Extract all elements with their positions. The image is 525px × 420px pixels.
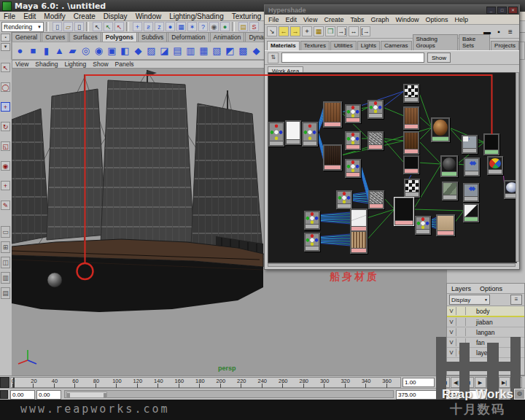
select-object-icon[interactable]: ↖ [104,22,113,31]
hypershade-work-area[interactable] [268,72,517,263]
poly-wedge-icon[interactable]: ▦ [198,44,210,58]
hypershade-node-texStripes[interactable] [350,230,368,254]
poly-cylinder-icon[interactable]: ▮ [40,44,52,58]
hypershade-node-fileDark1[interactable] [323,144,342,171]
hypershade-menu-help[interactable]: Help [454,16,468,23]
poly-plane-icon[interactable]: ▰ [66,44,79,58]
shelf-tab-polygons[interactable]: Polygons [102,32,137,42]
menu-modify[interactable]: Modify [44,12,65,20]
go-to-end-button[interactable]: ▶| [499,377,510,388]
menu-edit[interactable]: Edit [23,12,36,20]
poly-combine-icon[interactable]: ◧ [119,44,131,58]
hypershade-node-envBall[interactable] [487,156,503,175]
hypershade-node-p2d7[interactable] [304,211,320,230]
poly-reduce-icon[interactable]: ▩ [237,44,249,58]
hypershade-node-selNode[interactable] [394,197,414,226]
poly-cube-icon[interactable]: ■ [27,44,39,58]
hypershade-node-p2d1[interactable] [268,122,284,147]
close-button[interactable]: ✕ [508,7,518,14]
output-connections-icon[interactable]: [→ [360,26,370,36]
range-cap-left[interactable] [67,393,70,398]
poly-torus-icon[interactable]: ◎ [79,44,92,58]
clear-graph-icon[interactable]: ✦ [302,26,312,36]
select-tool[interactable]: ↖ [1,63,10,72]
render-view-icon[interactable]: ● [220,22,230,31]
paint-tool[interactable]: ✎ [1,201,10,210]
hypershade-tab-bake-sets[interactable]: Bake Sets [459,34,490,50]
make-live-icon[interactable]: ✶ [187,22,197,31]
lasso-tool[interactable]: ◯ [1,82,10,92]
poly-booleans-icon[interactable]: ▨ [145,44,158,58]
input-connections-icon[interactable]: →] [337,26,347,36]
hypershade-node-p2d2[interactable] [302,122,318,147]
layer-display-select[interactable]: Display ▼ [449,295,490,305]
poly-quad-icon[interactable]: ◩ [224,44,236,58]
layout-two-pane[interactable]: ◫ [1,257,10,268]
hypershade-tab-utilities[interactable]: Utilities [330,41,357,50]
hypershade-node-p2d5[interactable] [345,159,361,178]
range-handle[interactable] [66,392,107,398]
hypershade-menu-tabs[interactable]: Tabs [350,16,364,23]
pin-icon[interactable]: ↘ [267,26,277,36]
menu-create[interactable]: Create [74,12,96,20]
hypershade-node-texTan[interactable] [436,214,455,236]
shelf-tab-animation[interactable]: Animation [210,32,245,42]
hypershade-node-utilFan1[interactable] [464,158,480,176]
hypershade-node-p2d6[interactable] [336,190,352,209]
select-component-icon[interactable]: ↖ [114,22,124,31]
range-start-field[interactable] [36,390,61,400]
hypershade-node-matDark[interactable] [440,155,458,177]
hypershade-node-p2d4[interactable] [345,131,361,150]
layer-stack-icon[interactable]: ≡ [510,295,522,305]
menu-display[interactable]: Display [104,12,128,20]
show-button[interactable]: Show [427,52,451,63]
new-scene-icon[interactable]: ▯ [52,22,62,31]
shelf-switcher[interactable]: ▪ ▼ [0,32,12,60]
layer-row-langan[interactable]: Vlangan [447,327,524,338]
shelf-tab-surfaces[interactable]: Surfaces [69,32,101,42]
play-forwards-button[interactable]: ▶ [475,377,486,388]
scale-tool[interactable]: ◱ [1,141,10,151]
menu-file[interactable]: File [4,12,15,20]
hypershade-tab-materials[interactable]: Materials [267,41,300,50]
shelf-tab-curves[interactable]: Curves [42,32,69,42]
hypershade-node-col1[interactable] [368,100,384,119]
hypershade-node-checker2[interactable] [404,179,420,198]
layer-visibility-toggle[interactable]: V [447,307,456,315]
hypershade-menu-graph[interactable]: Graph [370,16,389,23]
forward-arrow-icon[interactable]: → [290,26,300,36]
hypershade-node-fileWood1[interactable] [323,101,342,128]
hypershade-tab-shading-groups[interactable]: Shading Groups [413,34,458,50]
graph-material-icon[interactable]: ❒ [325,26,335,36]
layer-visibility-toggle[interactable]: V [447,338,456,346]
panel-menu-view[interactable]: View [15,61,28,68]
panel-menu-panels[interactable]: Panels [115,61,134,68]
anim-prefs-button[interactable] [0,390,8,399]
select-hierarchy-icon[interactable]: ↖ [93,22,102,31]
maximize-button[interactable]: □ [497,7,507,14]
layer-display-type-cell[interactable] [456,318,466,326]
pane-bottom-icon[interactable]: ▪ [494,26,504,36]
back-arrow-icon[interactable]: ← [279,26,289,36]
universal-manip-tool[interactable]: ◉ [1,161,10,171]
poly-extrude-icon[interactable]: ▤ [171,44,184,58]
hypershade-tab-lights[interactable]: Lights [357,41,380,50]
poly-append-icon[interactable]: ◆ [250,44,262,58]
shelf-menu-arrow-icon[interactable]: ▼ [1,43,10,51]
hypershade-menu-view[interactable]: View [303,16,317,23]
menu-lighting-shading[interactable]: Lighting/Shading [169,12,224,20]
snap-view-icon[interactable]: ▦ [176,22,186,31]
time-ruler[interactable]: 0204060801001201401601802002202402602803… [10,377,401,388]
hypershade-menu-create[interactable]: Create [324,16,343,23]
snap-point-icon[interactable]: z [155,22,164,31]
horizontal-scrollbar[interactable] [268,263,516,267]
soft-mod-tool[interactable]: + [1,181,10,190]
poly-split-icon[interactable]: ▣ [106,44,118,58]
layout-persp-outliner[interactable]: ▥ [1,272,10,284]
hypershade-node-utilManip[interactable] [462,135,478,154]
menu-set-select[interactable]: Rendering ▼ [1,22,44,32]
layer-row-jiaban[interactable]: Vjiaban [447,317,524,327]
layer-display-type-cell[interactable] [456,307,466,315]
pane-split-icon[interactable]: ≡ [505,26,516,36]
poly-extract-icon[interactable]: ◆ [132,44,144,58]
